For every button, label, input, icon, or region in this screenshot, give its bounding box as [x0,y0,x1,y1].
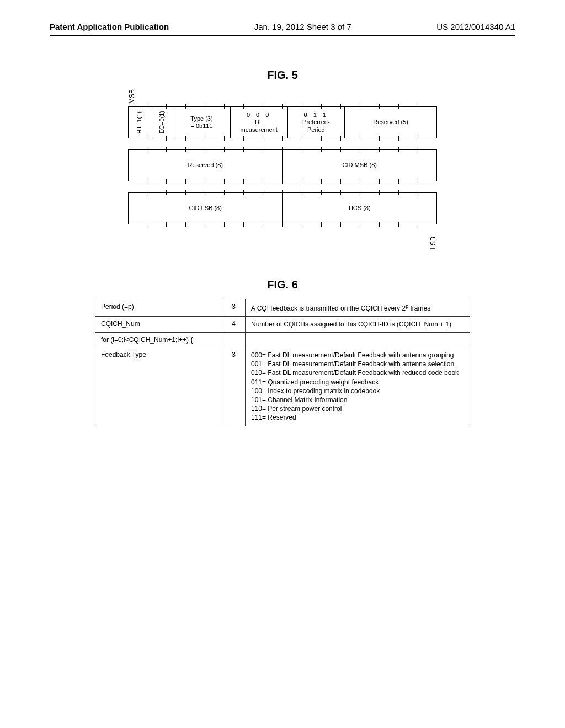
cell-desc [246,333,470,347]
cell-desc: 000= Fast DL measurement/Default Feedbac… [246,347,470,426]
pref-label: Preferred- Period [302,119,330,133]
dl-bits: 0 0 0 [247,111,271,119]
fig6-table: Period (=p) 3 A CQI feedback is transmit… [95,299,470,426]
msb-label: MSB [128,89,136,104]
header-left: Patent Application Publication [50,22,169,31]
cid-lsb-field: CID LSB (8) [129,193,283,224]
header-right: US 2012/0014340 A1 [436,22,515,31]
page-header: Patent Application Publication Jan. 19, … [50,22,515,36]
fig5-title: FIG. 5 [50,69,515,82]
fig5-row3: CID LSB (8) HCS (8) [128,192,437,224]
lsb-label: LSB [429,237,437,249]
cell-param: Period (=p) [95,299,222,316]
cell-param: CQICH_Num [95,316,222,332]
cid-msb-field: CID MSB (8) [283,150,437,181]
hcs-field: HCS (8) [283,193,437,224]
type-field: Type (3) = 0b111 [173,107,231,138]
cell-size: 3 [222,299,246,316]
fig5-diagram: MSB HT=1(1) EC=0(1) Type (3) = 0b111 0 0… [50,89,515,251]
table-row: Feedback Type 3 000= Fast DL measurement… [95,347,470,426]
table-row: CQICH_Num 4 Number of CQICHs assigned to… [95,316,470,332]
ht-field: HT=1(1) [136,111,143,134]
ec-field: EC=0(1) [158,111,166,133]
table-row: Period (=p) 3 A CQI feedback is transmit… [95,299,470,316]
dl-label: DL measurement [241,119,278,133]
cell-size: 3 [222,347,246,426]
cell-size: 4 [222,316,246,332]
reserved5-field: Reserved (5) [345,107,436,138]
cell-param: Feedback Type [95,347,222,426]
cell-desc: A CQI feedback is transmitted on the CQI… [246,299,470,316]
fig5-row1: HT=1(1) EC=0(1) Type (3) = 0b111 0 0 0 D… [128,106,437,138]
cell-desc: Number of CQICHs assigned to this CQICH-… [246,316,470,332]
table-row: for (i=0;i<CQICH_Num+1;i++) { [95,333,470,347]
fig6-title: FIG. 6 [50,279,515,291]
fig5-row2: Reserved (8) CID MSB (8) [128,149,437,181]
cell-size [222,333,246,347]
cell-param: for (i=0;i<CQICH_Num+1;i++) { [95,333,222,347]
header-center: Jan. 19, 2012 Sheet 3 of 7 [254,22,351,31]
pref-bits: 0 1 1 [304,111,328,119]
reserved8-field: Reserved (8) [129,150,283,181]
